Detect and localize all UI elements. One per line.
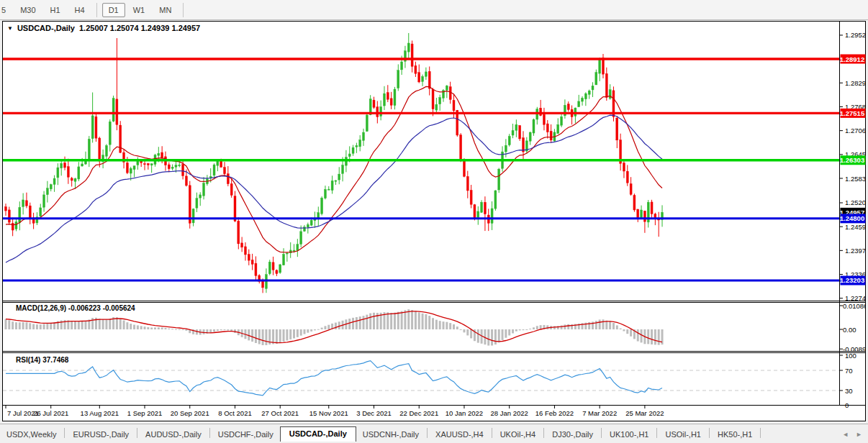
svg-text:1.28295: 1.28295 [845,79,866,87]
svg-text:26 Jul 2021: 26 Jul 2021 [33,409,68,417]
timeframe-button-5[interactable]: 5 [0,3,12,17]
tab-separator [601,428,602,438]
tab-separator [64,428,65,438]
chart-window[interactable]: 1.295251.282951.276801.270651.264501.258… [2,21,866,421]
svg-text:15 Nov 2021: 15 Nov 2021 [309,409,348,417]
tab-scroll-controls: ◄► [839,431,868,442]
tab-separator [656,428,657,438]
svg-text:1.24590: 1.24590 [845,223,866,231]
price-badge-1.26303: 1.26303 [840,155,866,165]
svg-text:13 Aug 2021: 13 Aug 2021 [81,409,119,417]
tab-separator [427,428,428,438]
svg-text:30: 30 [845,387,853,395]
timeframe-button-h1[interactable]: H1 [44,3,67,17]
toolbar-separator [183,3,184,17]
svg-text:0: 0 [845,401,849,409]
tab-separator [209,428,210,438]
svg-text:1.26303: 1.26303 [840,156,864,164]
tab-scroll-left-icon[interactable]: ◄ [842,431,849,438]
svg-text:1.24800: 1.24800 [840,214,864,222]
tab-separator [137,428,137,438]
svg-text:0.010869: 0.010869 [843,302,866,310]
svg-text:1.23975: 1.23975 [845,247,866,255]
tab-eurusd-daily[interactable]: EURUSD-,Daily [66,428,135,442]
svg-text:100: 100 [845,352,856,360]
tab-dj30-daily[interactable]: DJ30-,Daily [546,428,600,442]
tab-usoil-h1[interactable]: USOil-,H1 [659,428,707,442]
svg-text:1.23203: 1.23203 [840,276,864,284]
trading-terminal: { "toolbar": { "items": [ {"label":"5","… [0,0,868,443]
svg-text:27 Oct 2021: 27 Oct 2021 [261,409,299,417]
tab-hk50-h1[interactable]: HK50-,H1 [711,428,759,442]
tab-usdx-weekly[interactable]: USDX,Weekly [0,428,63,442]
tab-usdcad-daily[interactable]: USDCAD-,Daily [280,426,356,442]
tab-separator [492,428,492,438]
tab-usdchf-daily[interactable]: USDCHF-,Daily [212,428,280,442]
tab-uk100-h1[interactable]: UK100-,H1 [603,428,655,442]
tab-separator [760,428,761,438]
tab-xauusd-h4[interactable]: XAUUSD-,H4 [429,428,490,442]
tab-separator [543,428,544,438]
timeframe-button-mn[interactable]: MN [153,3,178,17]
timeframe-button-w1[interactable]: W1 [127,3,152,17]
svg-text:0.00: 0.00 [843,326,856,334]
svg-text:3 Dec 2021: 3 Dec 2021 [356,409,392,417]
chart-background [2,21,866,421]
price-badge-1.27515: 1.27515 [840,109,866,118]
svg-text:1.29525: 1.29525 [845,31,866,39]
svg-text:1.25835: 1.25835 [845,175,866,183]
svg-text:28 Jan 2022: 28 Jan 2022 [491,409,528,417]
price-badge-1.23203: 1.23203 [840,275,866,285]
svg-text:1.27065: 1.27065 [845,127,866,134]
tab-audusd-daily[interactable]: AUDUSD-,Daily [139,428,208,442]
svg-text:1.28912: 1.28912 [840,55,864,63]
svg-text:70: 70 [845,367,853,375]
toolbar-separator [96,3,97,17]
tab-separator [709,428,710,438]
svg-text:25 Mar 2022: 25 Mar 2022 [625,409,664,417]
price-badge-1.24800: 1.24800 [840,214,866,223]
svg-text:8 Oct 2021: 8 Oct 2021 [218,409,251,417]
price-badge-1.28912: 1.28912 [840,55,866,64]
timeframe-button-m30[interactable]: M30 [14,3,42,17]
svg-text:7 Mar 2022: 7 Mar 2022 [582,409,617,417]
svg-text:16 Feb 2022: 16 Feb 2022 [535,409,574,417]
svg-text:1.25205: 1.25205 [845,198,866,206]
tab-ukoil-h4[interactable]: UKOil-,H4 [494,428,543,442]
svg-text:22 Dec 2021: 22 Dec 2021 [399,409,438,417]
timeframe-button-d1[interactable]: D1 [102,3,125,17]
price-chart-canvas[interactable]: 1.295251.282951.276801.270651.264501.258… [2,21,866,421]
svg-text:1 Sep 2021: 1 Sep 2021 [127,409,163,417]
svg-text:10 Jan 2022: 10 Jan 2022 [446,409,483,417]
tab-usdcnh-daily[interactable]: USDCNH-,Daily [356,428,425,442]
svg-text:1.27515: 1.27515 [840,109,865,117]
symbol-tab-bar: USDX,WeeklyEURUSD-,DailyAUDUSD-,DailyUSD… [0,424,868,442]
timeframe-button-h4[interactable]: H4 [68,3,91,17]
svg-text:20 Sep 2021: 20 Sep 2021 [171,409,209,417]
timeframe-toolbar: 5M30H1H4D1W1MN [0,0,868,20]
tab-scroll-right-icon[interactable]: ► [856,431,862,438]
